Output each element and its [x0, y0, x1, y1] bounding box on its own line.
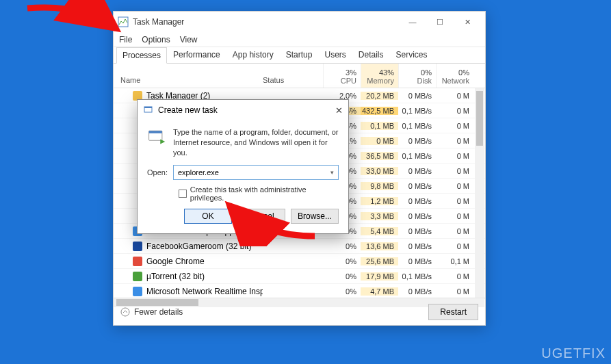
tabs: Processes Performance App history Startu… [114, 47, 485, 64]
memory-cell: 9,8 MB [361, 182, 398, 190]
network-cell: 0 M [436, 122, 473, 130]
table-row[interactable]: FacebookGameroom (32 bit)0%13,6 MB0 MB/s… [114, 239, 485, 254]
maximize-button[interactable]: ☐ [426, 12, 454, 32]
memory-cell: 20,2 MB [361, 92, 398, 100]
table-row[interactable]: Google Chrome0%25,6 MB0 MB/s0,1 M [114, 254, 485, 269]
network-cell: 0 M [436, 182, 473, 190]
memory-cell: 432,5 MB [361, 107, 398, 115]
footer: Fewer details Restart [114, 298, 485, 325]
network-cell: 0 M [436, 92, 473, 100]
network-cell: 0 M [436, 272, 473, 281]
tab-services[interactable]: Services [390, 47, 434, 63]
minimize-button[interactable]: — [399, 12, 426, 32]
browse-button[interactable]: Browse... [291, 209, 339, 224]
network-cell: 0 M [436, 287, 473, 296]
menubar: File Options View [114, 32, 485, 47]
memory-cell: 0,1 MB [361, 122, 398, 130]
process-name: µTorrent (32 bit) [114, 272, 263, 281]
menu-view[interactable]: View [180, 35, 198, 44]
memory-cell: 25,6 MB [361, 257, 398, 265]
process-icon [133, 287, 142, 296]
col-network[interactable]: 0%Network [436, 64, 473, 88]
window-title: Task Manager [133, 17, 399, 27]
memory-cell: 4,7 MB [361, 287, 398, 296]
tab-processes[interactable]: Processes [116, 47, 167, 64]
disk-cell: 0,1 MB/s [398, 107, 436, 115]
run-icon [143, 105, 154, 116]
memory-cell: 0 MB [361, 137, 398, 145]
dialog-titlebar[interactable]: Create new task ✕ [138, 100, 348, 120]
disk-cell: 0,1 MB/s [398, 152, 436, 160]
cancel-button[interactable]: Cancel [237, 209, 285, 224]
cpu-cell: 0% [323, 242, 361, 250]
tab-startup[interactable]: Startup [280, 47, 319, 63]
cpu-cell: 0% [323, 287, 361, 296]
tab-app-history[interactable]: App history [226, 47, 280, 63]
close-button[interactable]: ✕ [454, 12, 481, 32]
process-icon [133, 242, 142, 251]
memory-cell: 13,6 MB [361, 242, 398, 250]
open-label: Open: [147, 168, 168, 177]
process-name: FacebookGameroom (32 bit) [114, 242, 263, 251]
disk-cell: 0 MB/s [398, 257, 436, 265]
disk-cell: 0 MB/s [398, 137, 436, 145]
chevron-down-icon[interactable]: ▾ [326, 169, 338, 176]
menu-file[interactable]: File [119, 35, 132, 44]
ok-button[interactable]: OK [184, 209, 232, 224]
cpu-cell: 2,0% [323, 92, 361, 100]
network-cell: 0 M [436, 212, 473, 220]
disk-cell: 0 MB/s [398, 92, 436, 100]
run-large-icon [147, 127, 166, 146]
svg-marker-6 [160, 140, 165, 144]
table-row[interactable]: µTorrent (32 bit)0%17,9 MB0,1 MB/s0 M [114, 269, 485, 284]
network-cell: 0 M [436, 167, 473, 175]
network-cell: 0 M [436, 227, 473, 235]
watermark: UGETFIX [541, 346, 606, 361]
svg-rect-5 [149, 131, 162, 133]
titlebar[interactable]: Task Manager — ☐ ✕ [114, 12, 485, 32]
col-name[interactable]: Name [114, 64, 263, 88]
memory-cell: 3,3 MB [361, 212, 398, 220]
memory-cell: 5,4 MB [361, 227, 398, 235]
restart-button[interactable]: Restart [428, 304, 478, 320]
col-memory[interactable]: 43%Memory [361, 64, 398, 88]
memory-cell: 36,5 MB [361, 152, 398, 160]
open-input[interactable] [174, 168, 326, 177]
disk-cell: 0 MB/s [398, 197, 436, 205]
admin-checkbox-row[interactable]: Create this task with administrative pri… [179, 185, 339, 202]
menu-options[interactable]: Options [142, 35, 170, 44]
disk-cell: 0 MB/s [398, 167, 436, 175]
disk-cell: 0 MB/s [398, 182, 436, 190]
memory-cell: 33,0 MB [361, 167, 398, 175]
create-new-task-dialog: Create new task ✕ Type the name of a pro… [137, 99, 349, 234]
tab-users[interactable]: Users [318, 47, 352, 63]
dialog-close-button[interactable]: ✕ [335, 105, 343, 116]
chevron-up-icon [120, 307, 130, 317]
network-cell: 0 M [436, 137, 473, 145]
admin-checkbox[interactable] [179, 190, 187, 198]
disk-cell: 0 MB/s [398, 212, 436, 220]
tab-details[interactable]: Details [352, 47, 390, 63]
col-disk[interactable]: 0%Disk [398, 64, 436, 88]
table-row[interactable]: Microsoft Network Realtime Inspectio...0… [114, 284, 485, 299]
disk-cell: 0,1 MB/s [398, 122, 436, 130]
network-cell: 0 M [436, 197, 473, 205]
disk-cell: 0,1 MB/s [398, 272, 436, 281]
col-cpu[interactable]: 3%CPU [323, 64, 361, 88]
grid-header[interactable]: Name Status 3%CPU 43%Memory 0%Disk 0%Net… [114, 64, 485, 88]
network-cell: 0,1 M [436, 257, 473, 265]
dialog-title: Create new task [158, 105, 335, 115]
fewer-details-toggle[interactable]: Fewer details [120, 307, 183, 317]
process-icon [133, 272, 142, 281]
task-manager-icon [118, 16, 129, 27]
svg-rect-3 [144, 107, 152, 108]
tab-performance[interactable]: Performance [167, 47, 226, 63]
disk-cell: 0 MB/s [398, 227, 436, 235]
cpu-cell: 0% [323, 272, 361, 281]
dialog-description: Type the name of a program, folder, docu… [173, 127, 339, 158]
open-combobox[interactable]: ▾ [173, 165, 339, 180]
vertical-scrollbar[interactable] [475, 88, 484, 307]
memory-cell: 1,2 MB [361, 197, 398, 205]
process-icon [133, 257, 142, 266]
col-status[interactable]: Status [263, 64, 323, 88]
